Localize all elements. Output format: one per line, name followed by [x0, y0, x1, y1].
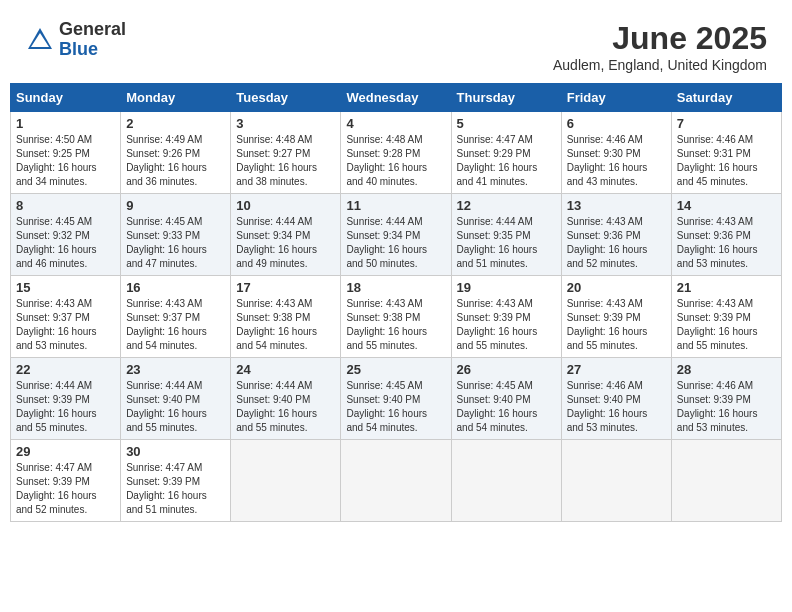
calendar-cell: 10Sunrise: 4:44 AMSunset: 9:34 PMDayligh…	[231, 194, 341, 276]
calendar-cell	[451, 440, 561, 522]
calendar-cell: 25Sunrise: 4:45 AMSunset: 9:40 PMDayligh…	[341, 358, 451, 440]
calendar-cell: 16Sunrise: 4:43 AMSunset: 9:37 PMDayligh…	[121, 276, 231, 358]
calendar-cell: 7Sunrise: 4:46 AMSunset: 9:31 PMDaylight…	[671, 112, 781, 194]
day-number: 26	[457, 362, 556, 377]
calendar-cell: 11Sunrise: 4:44 AMSunset: 9:34 PMDayligh…	[341, 194, 451, 276]
day-info: Sunrise: 4:43 AMSunset: 9:36 PMDaylight:…	[677, 215, 776, 271]
day-info: Sunrise: 4:45 AMSunset: 9:40 PMDaylight:…	[457, 379, 556, 435]
calendar-cell: 17Sunrise: 4:43 AMSunset: 9:38 PMDayligh…	[231, 276, 341, 358]
day-number: 19	[457, 280, 556, 295]
weekday-header-thursday: Thursday	[451, 84, 561, 112]
calendar-cell: 2Sunrise: 4:49 AMSunset: 9:26 PMDaylight…	[121, 112, 231, 194]
calendar-cell: 15Sunrise: 4:43 AMSunset: 9:37 PMDayligh…	[11, 276, 121, 358]
location: Audlem, England, United Kingdom	[553, 57, 767, 73]
day-number: 17	[236, 280, 335, 295]
day-number: 13	[567, 198, 666, 213]
day-number: 4	[346, 116, 445, 131]
month-title: June 2025	[553, 20, 767, 57]
day-info: Sunrise: 4:44 AMSunset: 9:35 PMDaylight:…	[457, 215, 556, 271]
day-number: 12	[457, 198, 556, 213]
calendar-cell: 19Sunrise: 4:43 AMSunset: 9:39 PMDayligh…	[451, 276, 561, 358]
calendar-cell: 8Sunrise: 4:45 AMSunset: 9:32 PMDaylight…	[11, 194, 121, 276]
day-info: Sunrise: 4:45 AMSunset: 9:32 PMDaylight:…	[16, 215, 115, 271]
day-number: 15	[16, 280, 115, 295]
day-info: Sunrise: 4:50 AMSunset: 9:25 PMDaylight:…	[16, 133, 115, 189]
page-header: General Blue June 2025 Audlem, England, …	[10, 10, 782, 78]
calendar-week-row: 1Sunrise: 4:50 AMSunset: 9:25 PMDaylight…	[11, 112, 782, 194]
day-info: Sunrise: 4:46 AMSunset: 9:40 PMDaylight:…	[567, 379, 666, 435]
calendar-cell: 20Sunrise: 4:43 AMSunset: 9:39 PMDayligh…	[561, 276, 671, 358]
day-info: Sunrise: 4:44 AMSunset: 9:34 PMDaylight:…	[346, 215, 445, 271]
day-info: Sunrise: 4:44 AMSunset: 9:39 PMDaylight:…	[16, 379, 115, 435]
calendar-cell: 23Sunrise: 4:44 AMSunset: 9:40 PMDayligh…	[121, 358, 231, 440]
calendar-cell: 30Sunrise: 4:47 AMSunset: 9:39 PMDayligh…	[121, 440, 231, 522]
day-number: 27	[567, 362, 666, 377]
day-number: 22	[16, 362, 115, 377]
logo-general: General	[59, 20, 126, 40]
weekday-header-friday: Friday	[561, 84, 671, 112]
calendar-cell: 22Sunrise: 4:44 AMSunset: 9:39 PMDayligh…	[11, 358, 121, 440]
calendar-cell: 5Sunrise: 4:47 AMSunset: 9:29 PMDaylight…	[451, 112, 561, 194]
title-block: June 2025 Audlem, England, United Kingdo…	[553, 20, 767, 73]
day-info: Sunrise: 4:43 AMSunset: 9:38 PMDaylight:…	[346, 297, 445, 353]
calendar-body: 1Sunrise: 4:50 AMSunset: 9:25 PMDaylight…	[11, 112, 782, 522]
calendar-cell: 21Sunrise: 4:43 AMSunset: 9:39 PMDayligh…	[671, 276, 781, 358]
day-number: 28	[677, 362, 776, 377]
calendar-cell: 26Sunrise: 4:45 AMSunset: 9:40 PMDayligh…	[451, 358, 561, 440]
day-number: 20	[567, 280, 666, 295]
weekday-header-row: SundayMondayTuesdayWednesdayThursdayFrid…	[11, 84, 782, 112]
calendar-cell: 13Sunrise: 4:43 AMSunset: 9:36 PMDayligh…	[561, 194, 671, 276]
calendar-cell	[341, 440, 451, 522]
weekday-header-wednesday: Wednesday	[341, 84, 451, 112]
day-info: Sunrise: 4:47 AMSunset: 9:39 PMDaylight:…	[16, 461, 115, 517]
day-number: 9	[126, 198, 225, 213]
day-info: Sunrise: 4:49 AMSunset: 9:26 PMDaylight:…	[126, 133, 225, 189]
calendar-week-row: 29Sunrise: 4:47 AMSunset: 9:39 PMDayligh…	[11, 440, 782, 522]
calendar-cell: 27Sunrise: 4:46 AMSunset: 9:40 PMDayligh…	[561, 358, 671, 440]
calendar-header: SundayMondayTuesdayWednesdayThursdayFrid…	[11, 84, 782, 112]
day-number: 23	[126, 362, 225, 377]
calendar-cell: 4Sunrise: 4:48 AMSunset: 9:28 PMDaylight…	[341, 112, 451, 194]
day-number: 10	[236, 198, 335, 213]
day-number: 25	[346, 362, 445, 377]
day-number: 14	[677, 198, 776, 213]
calendar-cell: 28Sunrise: 4:46 AMSunset: 9:39 PMDayligh…	[671, 358, 781, 440]
day-number: 2	[126, 116, 225, 131]
day-info: Sunrise: 4:43 AMSunset: 9:39 PMDaylight:…	[567, 297, 666, 353]
day-number: 24	[236, 362, 335, 377]
weekday-header-sunday: Sunday	[11, 84, 121, 112]
day-info: Sunrise: 4:48 AMSunset: 9:27 PMDaylight:…	[236, 133, 335, 189]
day-number: 5	[457, 116, 556, 131]
day-info: Sunrise: 4:43 AMSunset: 9:39 PMDaylight:…	[457, 297, 556, 353]
day-number: 18	[346, 280, 445, 295]
calendar-cell	[671, 440, 781, 522]
day-number: 11	[346, 198, 445, 213]
calendar-cell: 24Sunrise: 4:44 AMSunset: 9:40 PMDayligh…	[231, 358, 341, 440]
logo-icon	[25, 25, 55, 55]
day-info: Sunrise: 4:43 AMSunset: 9:39 PMDaylight:…	[677, 297, 776, 353]
calendar-cell: 12Sunrise: 4:44 AMSunset: 9:35 PMDayligh…	[451, 194, 561, 276]
calendar-week-row: 22Sunrise: 4:44 AMSunset: 9:39 PMDayligh…	[11, 358, 782, 440]
day-number: 16	[126, 280, 225, 295]
weekday-header-tuesday: Tuesday	[231, 84, 341, 112]
day-info: Sunrise: 4:46 AMSunset: 9:39 PMDaylight:…	[677, 379, 776, 435]
calendar-week-row: 15Sunrise: 4:43 AMSunset: 9:37 PMDayligh…	[11, 276, 782, 358]
weekday-header-monday: Monday	[121, 84, 231, 112]
day-number: 7	[677, 116, 776, 131]
logo-blue: Blue	[59, 40, 126, 60]
logo-text: General Blue	[59, 20, 126, 60]
day-number: 30	[126, 444, 225, 459]
day-info: Sunrise: 4:44 AMSunset: 9:40 PMDaylight:…	[126, 379, 225, 435]
day-number: 21	[677, 280, 776, 295]
calendar-table: SundayMondayTuesdayWednesdayThursdayFrid…	[10, 83, 782, 522]
weekday-header-saturday: Saturday	[671, 84, 781, 112]
calendar-cell: 3Sunrise: 4:48 AMSunset: 9:27 PMDaylight…	[231, 112, 341, 194]
calendar-cell: 1Sunrise: 4:50 AMSunset: 9:25 PMDaylight…	[11, 112, 121, 194]
calendar-cell: 14Sunrise: 4:43 AMSunset: 9:36 PMDayligh…	[671, 194, 781, 276]
day-info: Sunrise: 4:43 AMSunset: 9:36 PMDaylight:…	[567, 215, 666, 271]
calendar-cell: 6Sunrise: 4:46 AMSunset: 9:30 PMDaylight…	[561, 112, 671, 194]
day-info: Sunrise: 4:44 AMSunset: 9:40 PMDaylight:…	[236, 379, 335, 435]
day-info: Sunrise: 4:43 AMSunset: 9:37 PMDaylight:…	[126, 297, 225, 353]
day-info: Sunrise: 4:47 AMSunset: 9:39 PMDaylight:…	[126, 461, 225, 517]
calendar-cell: 18Sunrise: 4:43 AMSunset: 9:38 PMDayligh…	[341, 276, 451, 358]
